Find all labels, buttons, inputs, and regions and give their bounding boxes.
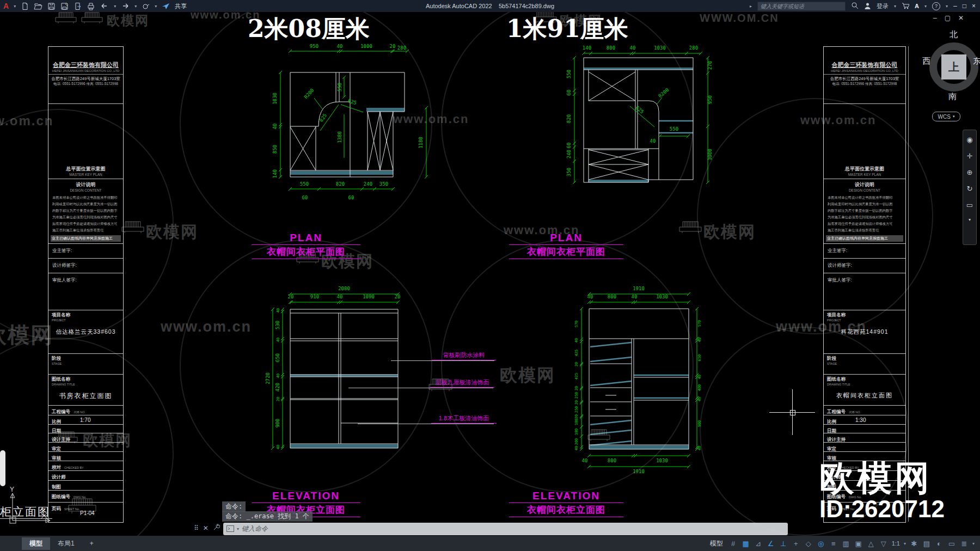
undo-button[interactable] [100, 2, 109, 10]
compass-south[interactable]: 南 [948, 91, 957, 102]
navbar-chevron-icon[interactable]: ▾ [969, 217, 971, 222]
help-chevron-icon[interactable]: ▾ [946, 4, 948, 9]
caption-rule [509, 517, 623, 517]
redo-chevron-icon[interactable]: ▾ [134, 4, 137, 9]
tab-model[interactable]: 模型 [22, 537, 50, 550]
dock-grip-icon[interactable]: ⠿ [194, 524, 199, 532]
infer-constraints-icon[interactable]: ⊿ [754, 540, 763, 548]
app-menu-chevron-icon[interactable]: ▾ [14, 4, 16, 9]
watermark-brand: 欧模网 [0, 320, 53, 350]
paint-pot-icon[interactable] [142, 2, 150, 10]
steering-wheel-icon[interactable]: ◉ [966, 136, 972, 144]
dwg-close-icon[interactable]: ✕ [958, 14, 964, 22]
orbit-icon[interactable]: ↻ [967, 185, 973, 193]
model-space-label[interactable]: 模型 [710, 539, 723, 548]
customization-icon[interactable]: ≣ [960, 540, 969, 548]
open-file-button[interactable] [34, 2, 42, 10]
title-bar: A ▾ ▾ ▾ ▾ 共享 Autodesk AutoCAD 2022 5b574… [0, 0, 980, 12]
annotation-visibility-icon[interactable]: △ [867, 540, 875, 548]
maximize-button[interactable]: □ [963, 2, 966, 10]
tab-layout1[interactable]: 布局1 [50, 537, 82, 550]
elevation2-caption: ELEVATION 衣帽间衣柜立面图 [509, 490, 623, 518]
snap-mode-icon[interactable]: ▦ [742, 540, 750, 548]
isolate-objects-icon[interactable]: ◐ [935, 540, 944, 548]
company-address: 合肥市长江西路249号新城大厦1703室 [824, 76, 905, 82]
company-name-en: HEFEI JINSANHUAN DECORATION CO.,LTD [824, 69, 905, 75]
cart-icon[interactable] [902, 2, 909, 10]
search-input[interactable]: 键入关键字或短语 [757, 2, 846, 11]
annotation-label: 1.8木工板清油饰面 [431, 414, 497, 424]
dynamic-input-icon[interactable]: + [792, 540, 800, 548]
undo-chevron-icon[interactable]: ▾ [114, 4, 116, 9]
caption-cn: 衣帽间衣柜立面图 [509, 504, 623, 516]
sofa-watermark-icon [81, 11, 103, 25]
selection-cycling-icon[interactable]: ▣ [854, 540, 863, 548]
search-icon[interactable] [851, 2, 859, 10]
help-icon[interactable]: ? [932, 2, 940, 10]
close-button[interactable]: × [972, 2, 976, 10]
plan2-size-title: 1米91厘米 [506, 13, 628, 45]
print-button[interactable] [87, 2, 95, 10]
ortho-mode-icon[interactable]: ⊥ [779, 540, 788, 548]
watermark-brand: 欧模网 [83, 430, 132, 451]
compass-north[interactable]: 北 [950, 29, 958, 40]
autocad-window: A ▾ ▾ ▾ ▾ 共享 Autodesk AutoCAD 2022 5b574… [0, 0, 980, 551]
viewcube-top-face[interactable]: 上 [941, 54, 966, 79]
left-edge-scrollbar[interactable] [0, 450, 5, 486]
dim-label: 570 [697, 320, 702, 327]
selection-filter-icon[interactable]: ▽ [879, 540, 888, 548]
compass-west[interactable]: 西 [922, 56, 930, 66]
sofa-watermark-icon [587, 428, 611, 443]
autocad-logo-icon[interactable]: A [3, 2, 9, 10]
search-expand-icon[interactable]: ▸ [750, 4, 752, 9]
new-file-button[interactable] [21, 2, 29, 10]
user-icon[interactable] [864, 2, 871, 10]
customization-chevron-icon[interactable]: ▾ [972, 541, 975, 546]
redo-button[interactable] [121, 2, 130, 10]
isometric-draft-icon[interactable]: ◇ [804, 540, 813, 548]
command-prompt-icon[interactable] [226, 524, 234, 534]
dim-label: 400 [697, 384, 702, 391]
zoom-icon[interactable]: ⊕ [967, 168, 973, 176]
grid-icon[interactable]: # [729, 540, 738, 548]
annotation-label: 背板刷防水涂料 [432, 351, 496, 360]
watermark-id: ID:2620712 [819, 495, 945, 523]
login-button[interactable]: 登录 [877, 2, 889, 10]
workspace-icon[interactable]: ✱ [910, 540, 918, 548]
annotation-leader [348, 388, 493, 388]
login-chevron-icon[interactable]: ▾ [894, 4, 896, 9]
customize-wrench-icon[interactable] [213, 524, 220, 532]
minimize-button[interactable]: – [953, 2, 957, 10]
new-layout-button[interactable]: + [82, 538, 101, 549]
dwg-minimize-icon[interactable]: – [933, 14, 937, 22]
object-snap-icon[interactable]: ◎ [817, 540, 825, 548]
save-as-button[interactable] [60, 2, 69, 10]
compass-east[interactable]: 东 [973, 56, 980, 66]
plan2-caption: PLAN 衣帽间衣柜平面图 [509, 232, 623, 260]
share-button[interactable]: 共享 [175, 2, 187, 10]
account-chevron-icon[interactable]: ▾ [924, 4, 927, 9]
save-button[interactable] [47, 2, 56, 10]
share-plane-icon[interactable] [162, 2, 170, 10]
command-recent-chevron-icon[interactable]: ▾ [237, 526, 239, 531]
annotation-scale[interactable]: 1:1 [892, 540, 900, 547]
dock-close-icon[interactable]: ✕ [203, 524, 209, 532]
polar-tracking-icon[interactable]: ∠ [767, 540, 775, 548]
qat-chevron-icon[interactable]: ▾ [155, 4, 157, 9]
wcs-dropdown[interactable]: WCS▾ [932, 112, 960, 121]
command-input-bar[interactable]: ▾ 键入命令 [223, 523, 788, 535]
caption-rule [252, 503, 360, 503]
quick-properties-icon[interactable]: ▤ [922, 540, 931, 548]
scale-chevron-icon[interactable]: ▾ [904, 541, 906, 546]
dwg-restore-icon[interactable]: ▢ [945, 14, 951, 22]
autodesk-account-icon[interactable]: A [915, 3, 919, 9]
transparency-icon[interactable]: ▥ [842, 540, 850, 548]
export-button[interactable] [74, 2, 82, 10]
sofa-watermark-icon [678, 220, 702, 235]
clean-screen-icon[interactable]: ▭ [947, 540, 956, 548]
showmotion-icon[interactable]: ▭ [966, 201, 973, 209]
lineweight-icon[interactable]: ≡ [829, 540, 838, 548]
command-input[interactable]: 键入命令 [242, 524, 268, 534]
watermark-circle [180, 240, 432, 492]
pan-icon[interactable]: ✛ [967, 152, 973, 160]
